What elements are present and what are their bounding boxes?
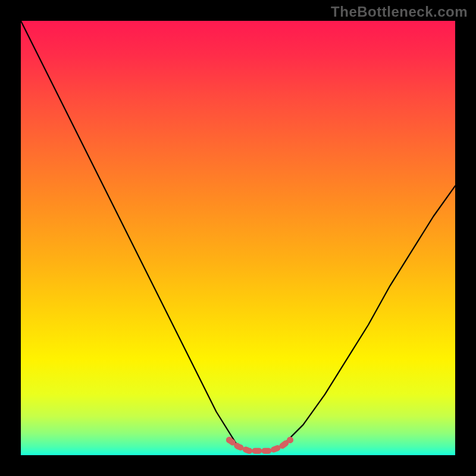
curve-layer bbox=[21, 21, 455, 455]
chart-frame: TheBottleneck.com bbox=[0, 0, 476, 476]
plot-area bbox=[21, 21, 455, 455]
watermark-text: TheBottleneck.com bbox=[331, 4, 468, 20]
